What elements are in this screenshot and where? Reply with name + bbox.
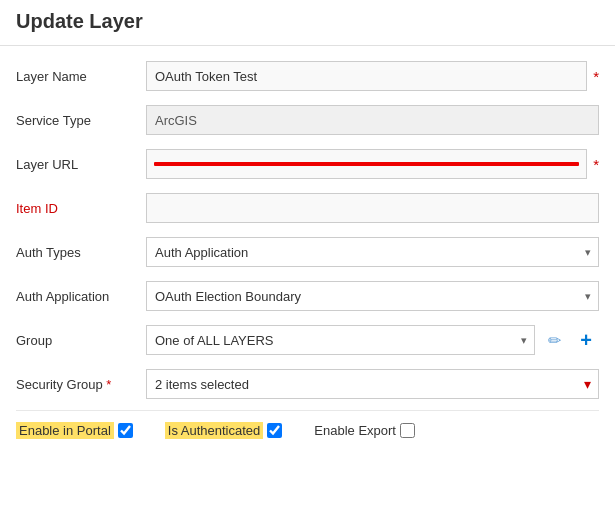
item-id-input[interactable] [146,193,599,223]
security-group-multiselect-wrapper: 2 items selected ▾ [146,369,599,399]
enable-export-item: Enable Export [314,423,415,438]
is-authenticated-item: Is Authenticated [165,422,283,439]
layer-name-label: Layer Name [16,69,146,84]
service-type-label: Service Type [16,113,146,128]
auth-types-label: Auth Types [16,245,146,260]
is-authenticated-label: Is Authenticated [165,422,264,439]
layer-url-label: Layer URL [16,157,146,172]
auth-application-label: Auth Application [16,289,146,304]
enable-export-label: Enable Export [314,423,396,438]
group-select[interactable]: One of ALL LAYERS Group 2 [146,325,535,355]
group-select-wrapper: One of ALL LAYERS Group 2 ▾ [146,325,535,355]
item-id-label: Item ID [16,201,146,216]
layer-url-input[interactable] [146,149,587,179]
layer-name-row: Layer Name * [16,56,599,96]
enable-export-checkbox[interactable] [400,423,415,438]
item-id-row: Item ID [16,188,599,228]
security-group-value: 2 items selected [155,377,249,392]
group-edit-button[interactable]: ✏ [541,327,567,353]
service-type-row: Service Type [16,100,599,140]
group-row: Group One of ALL LAYERS Group 2 ▾ ✏ + [16,320,599,360]
page-title: Update Layer [0,0,615,46]
layer-name-input[interactable] [146,61,587,91]
auth-types-row: Auth Types Auth Application OAuth None ▾ [16,232,599,272]
security-group-label: Security Group * [16,377,146,392]
security-group-row: Security Group * 2 items selected ▾ [16,364,599,404]
layer-name-required: * [593,68,599,85]
auth-application-row: Auth Application OAuth Election Boundary… [16,276,599,316]
auth-application-select-wrapper: OAuth Election Boundary Option 2 ▾ [146,281,599,311]
security-group-multiselect[interactable]: 2 items selected [146,369,599,399]
layer-url-wrapper [146,149,587,179]
layer-url-required: * [593,156,599,173]
auth-application-select[interactable]: OAuth Election Boundary Option 2 [146,281,599,311]
enable-portal-checkbox[interactable] [118,423,133,438]
service-type-input [146,105,599,135]
enable-portal-item: Enable in Portal [16,422,133,439]
layer-url-row: Layer URL * [16,144,599,184]
auth-types-select-wrapper: Auth Application OAuth None ▾ [146,237,599,267]
is-authenticated-checkbox[interactable] [267,423,282,438]
enable-portal-label: Enable in Portal [16,422,114,439]
auth-types-select[interactable]: Auth Application OAuth None [146,237,599,267]
group-label: Group [16,333,146,348]
group-add-button[interactable]: + [573,327,599,353]
footer-row: Enable in Portal Is Authenticated Enable… [16,410,599,448]
group-controls: One of ALL LAYERS Group 2 ▾ ✏ + [146,325,599,355]
